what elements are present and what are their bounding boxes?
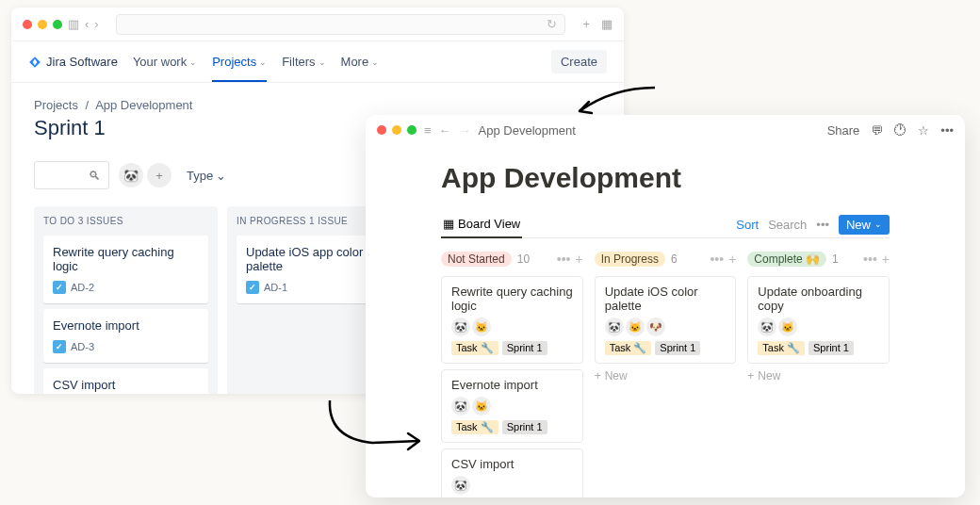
status-pill[interactable]: Complete 🙌: [747, 252, 826, 267]
jira-logo[interactable]: Jira Software: [28, 55, 118, 69]
minimize-dot-icon[interactable]: [392, 125, 401, 135]
card-title: CSV import: [53, 378, 199, 392]
share-button[interactable]: Share: [827, 123, 860, 138]
chevron-down-icon: ⌄: [874, 220, 882, 229]
card-title: Rewrite query caching logic: [451, 285, 573, 313]
new-tab-icon[interactable]: +: [582, 17, 590, 31]
more-icon[interactable]: •••: [863, 252, 877, 267]
avatar: 🐱: [472, 318, 491, 336]
avatar: 🐱: [472, 397, 491, 415]
page-title[interactable]: App Development: [441, 162, 890, 194]
forward-icon[interactable]: ›: [94, 17, 98, 31]
issue-card[interactable]: CSV import ✓AD-4: [43, 368, 208, 394]
column-header: Not Started 10 •••+: [441, 250, 583, 269]
refresh-icon[interactable]: ↻: [547, 17, 557, 31]
updates-icon[interactable]: 🕐︎: [894, 123, 906, 138]
breadcrumb-projects[interactable]: Projects: [34, 98, 78, 112]
breadcrumb[interactable]: App Development: [479, 123, 576, 138]
add-icon[interactable]: +: [728, 252, 736, 267]
status-pill[interactable]: Not Started: [441, 252, 512, 267]
column-header: TO DO 3 ISSUES: [43, 216, 208, 226]
board-icon: ▦: [443, 217, 454, 231]
chevron-down-icon: ⌄: [189, 57, 197, 67]
status-pill[interactable]: In Progress: [595, 252, 665, 267]
tab-board-view[interactable]: ▦ Board View: [441, 211, 522, 238]
nav-filters[interactable]: Filters⌄: [282, 55, 325, 69]
close-dot-icon[interactable]: [377, 125, 386, 135]
more-icon[interactable]: •••: [710, 252, 724, 267]
card-title: Evernote import: [451, 378, 573, 392]
new-button[interactable]: New⌄: [839, 215, 890, 235]
type-filter[interactable]: Type⌄: [187, 169, 226, 183]
jira-brand-text: Jira Software: [46, 55, 118, 69]
more-icon[interactable]: •••: [816, 218, 829, 232]
search-icon: 🔍︎: [89, 169, 101, 183]
task-icon: ✓: [246, 281, 259, 294]
jira-icon: [28, 56, 41, 69]
card-title: Evernote import: [53, 318, 199, 333]
jira-navigation: Jira Software Your work⌄ Projects⌄ Filte…: [11, 41, 624, 83]
new-item-button[interactable]: +New: [747, 369, 890, 383]
tag-sprint: Sprint 1: [808, 341, 854, 355]
avatar[interactable]: 🐼: [119, 163, 143, 187]
column-count: 6: [671, 252, 678, 266]
back-icon[interactable]: ‹: [85, 17, 89, 31]
task-icon: ✓: [53, 340, 66, 353]
window-traffic-lights: [377, 125, 416, 135]
back-icon[interactable]: ←: [439, 123, 451, 138]
tag-sprint: Sprint 1: [655, 341, 700, 355]
sort-button[interactable]: Sort: [736, 218, 759, 232]
task-card[interactable]: CSV import 🐼 Task 🔧Sprint 1: [441, 448, 583, 497]
url-bar[interactable]: ↻: [116, 14, 566, 35]
task-card[interactable]: Rewrite query caching logic 🐼🐱 Task 🔧Spr…: [441, 276, 583, 364]
board-column: In Progress 6 •••+Update iOS color palet…: [595, 250, 737, 497]
avatar: 🐼: [451, 397, 470, 415]
plus-icon: +: [595, 369, 601, 383]
maximize-dot-icon[interactable]: [53, 20, 62, 29]
close-dot-icon[interactable]: [23, 20, 32, 29]
chevron-down-icon: ⌄: [318, 57, 326, 67]
board-column: Not Started 10 •••+Rewrite query caching…: [441, 250, 583, 497]
card-key: ✓AD-2: [53, 281, 199, 294]
task-icon: ✓: [53, 281, 66, 294]
new-item-button[interactable]: +New: [595, 369, 737, 383]
task-card[interactable]: Update onboarding copy 🐼🐱 Task 🔧Sprint 1: [747, 276, 890, 364]
card-title: Update iOS color palette: [605, 285, 727, 313]
issue-card[interactable]: Rewrite query caching logic ✓AD-2: [43, 236, 208, 303]
more-icon[interactable]: •••: [557, 252, 571, 267]
search-button[interactable]: Search: [768, 218, 807, 232]
chevron-down-icon: ⌄: [216, 169, 226, 183]
avatar: 🐼: [605, 318, 624, 336]
issue-card[interactable]: Evernote import ✓AD-3: [43, 309, 208, 363]
search-input[interactable]: 🔍︎: [34, 161, 109, 189]
avatar: 🐼: [451, 476, 470, 495]
comments-icon[interactable]: 💬︎: [871, 123, 883, 138]
column-header: Complete 🙌 1 •••+: [747, 250, 890, 269]
more-icon[interactable]: •••: [940, 123, 954, 138]
notion-title-bar: ≡ ← → App Development Share 💬︎ 🕐︎ ☆ •••: [366, 115, 965, 145]
minimize-dot-icon[interactable]: [38, 20, 47, 29]
add-icon[interactable]: +: [575, 252, 582, 267]
nav-projects[interactable]: Projects⌄: [212, 55, 267, 82]
task-card[interactable]: Evernote import 🐼🐱 Task 🔧Sprint 1: [441, 369, 583, 443]
menu-icon[interactable]: ≡: [424, 123, 432, 138]
tag-sprint: Sprint 1: [502, 420, 547, 434]
create-button[interactable]: Create: [551, 50, 607, 73]
grid-icon[interactable]: ▦: [601, 17, 612, 31]
forward-icon[interactable]: →: [459, 123, 471, 138]
chevron-down-icon: ⌄: [371, 57, 379, 67]
task-card[interactable]: Update iOS color palette 🐼🐱🐶 Task 🔧Sprin…: [595, 276, 737, 364]
chevron-down-icon: ⌄: [259, 57, 267, 67]
sidebar-toggle-icon[interactable]: ▥: [68, 17, 79, 31]
maximize-dot-icon[interactable]: [407, 125, 416, 135]
avatar: 🐱: [778, 318, 797, 336]
nav-more[interactable]: More⌄: [341, 55, 380, 69]
breadcrumb-project[interactable]: App Development: [95, 98, 192, 112]
nav-your-work[interactable]: Your work⌄: [133, 55, 197, 69]
favorite-icon[interactable]: ☆: [918, 123, 929, 138]
add-people-button[interactable]: +: [147, 163, 172, 187]
card-title: Rewrite query caching logic: [53, 245, 199, 273]
add-icon[interactable]: +: [882, 252, 890, 267]
tag-task: Task 🔧: [605, 341, 652, 355]
board-column: Complete 🙌 1 •••+Update onboarding copy …: [747, 250, 890, 497]
